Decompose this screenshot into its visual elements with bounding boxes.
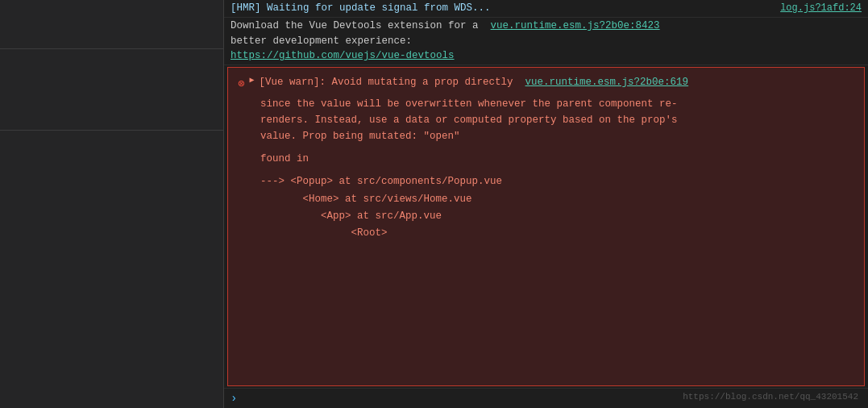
stack-line-1: ---> <Popup> at src/components/Popup.vue [260, 173, 854, 190]
main-content: [HMR] Waiting for update signal from WDS… [224, 0, 868, 408]
vue-runtime-link-top[interactable]: vue.runtime.esm.js?2b0e:8423 [491, 20, 660, 31]
download-log-line: Download the Vue Devtools extension for … [224, 18, 868, 65]
error-body-line-2: renders. Instead, use a data or computed… [260, 112, 854, 128]
stack-line-2: <Home> at src/views/Home.vue [260, 191, 854, 208]
hmr-log-line: [HMR] Waiting for update signal from WDS… [224, 0, 868, 18]
error-body: since the value will be overwritten when… [260, 96, 854, 144]
error-header: ⊗ ▶ [Vue warn]: Avoid mutating a prop di… [238, 74, 854, 93]
prompt-chevron: › [230, 392, 237, 405]
download-text-2: better development experience: [230, 35, 412, 47]
download-text-1: Download the Vue Devtools extension for … [230, 19, 660, 34]
stack-line-4: <Root> [260, 225, 854, 242]
vue-runtime-link-error[interactable]: vue.runtime.esm.js?2b0e:619 [525, 77, 689, 88]
hmr-log-text: [HMR] Waiting for update signal from WDS… [230, 1, 774, 16]
hmr-log-source[interactable]: log.js?1afd:24 [780, 1, 862, 16]
devtools-url[interactable]: https://github.com/vuejs/vue-devtools [230, 50, 455, 61]
error-body-line-1: since the value will be overwritten when… [260, 96, 854, 112]
error-toggle[interactable]: ▶ [249, 74, 254, 87]
stack-line-3: <App> at src/App.vue [260, 208, 854, 225]
console-area: [HMR] Waiting for update signal from WDS… [224, 0, 868, 408]
found-in-label: found in [260, 151, 854, 167]
error-icon: ⊗ [238, 75, 244, 93]
sidebar-divider-1 [0, 48, 223, 49]
error-block: ⊗ ▶ [Vue warn]: Avoid mutating a prop di… [227, 67, 865, 386]
stack-trace: ---> <Popup> at src/components/Popup.vue… [260, 173, 854, 242]
error-body-line-3: value. Prop being mutated: "open" [260, 128, 854, 144]
watermark: https://blog.csdn.net/qq_43201542 [683, 392, 858, 402]
sidebar-divider-2 [0, 130, 223, 131]
sidebar [0, 0, 224, 408]
error-main-text: [Vue warn]: Avoid mutating a prop direct… [259, 74, 854, 90]
